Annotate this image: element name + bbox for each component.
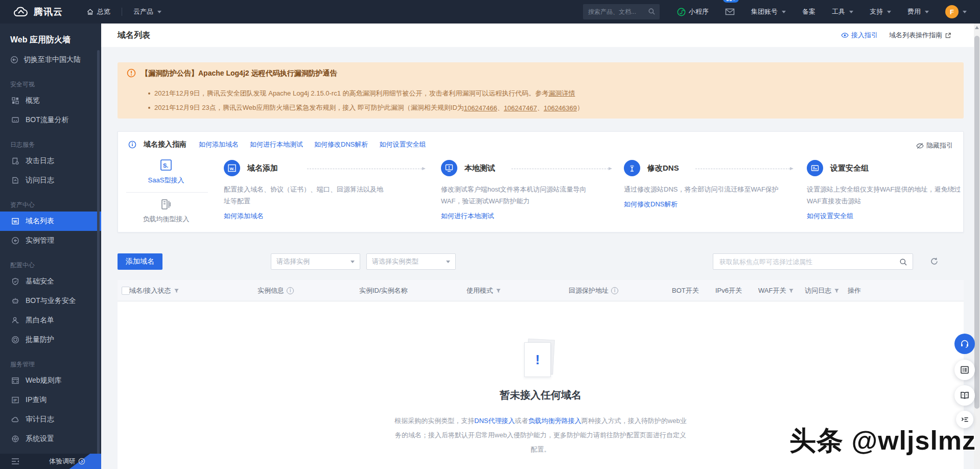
clb-access-icon — [160, 198, 172, 210]
info-icon[interactable]: i — [287, 287, 294, 294]
tab-label: 负载均衡型接入 — [120, 215, 212, 224]
refresh-button[interactable] — [930, 257, 939, 266]
nav-group-account[interactable]: 集团账号 — [743, 0, 794, 24]
ticket-list-button[interactable] — [954, 360, 975, 380]
step-arrow — [511, 169, 611, 169]
web-rules-icon — [11, 377, 19, 385]
terminal-panel-icon — [961, 415, 969, 424]
sidebar-item-label: 实例管理 — [26, 236, 54, 245]
collapse-sidebar-icon[interactable] — [11, 458, 19, 465]
nav-billing[interactable]: 费用 — [899, 0, 937, 24]
select-all-checkbox[interactable] — [122, 287, 130, 295]
filter-icon[interactable] — [174, 288, 179, 294]
svg-text:W.: W. — [13, 219, 18, 224]
tencent-cloud-logo[interactable]: 腾讯云 — [0, 6, 78, 18]
filter-search-input[interactable] — [713, 254, 913, 269]
nav-tools-label: 工具 — [832, 7, 845, 16]
sidebar-item-system-settings[interactable]: 系统设置 — [0, 429, 101, 449]
sidebar-item-switch-region[interactable]: 切换至非中国大陆 — [0, 50, 101, 69]
tab-saas-access[interactable]: S. SaaS型接入 — [120, 158, 212, 185]
sidebar-item-access-log[interactable]: 访问日志 — [0, 171, 101, 190]
nav-beian[interactable]: 备案 — [794, 0, 824, 24]
nav-support[interactable]: 支持 — [861, 0, 899, 24]
step-link[interactable]: 如何添加域名 — [224, 212, 392, 221]
tab-divider — [126, 192, 208, 193]
rule-id-link-3[interactable]: 106246369 — [544, 104, 577, 112]
rule-id-link-2[interactable]: 106247467 — [504, 104, 537, 112]
sidebar-item-overview[interactable]: 概览 — [0, 91, 101, 110]
sidebar-item-domain-list[interactable]: W. 域名列表 — [0, 212, 101, 231]
survey-link[interactable]: 体验调研 — [49, 457, 85, 466]
bullet-dot — [148, 92, 150, 95]
scrollbar-thumb[interactable] — [974, 36, 979, 409]
info-icon[interactable]: i — [611, 287, 618, 294]
access-guide-link[interactable]: 接入指引 — [841, 31, 878, 40]
column-label: IPv6开关 — [715, 286, 742, 295]
customer-service-button[interactable] — [954, 334, 975, 354]
nav-messages[interactable]: 99+ — [717, 0, 743, 24]
account-menu[interactable]: F — [937, 0, 980, 24]
nav-group-account-label: 集团账号 — [751, 7, 778, 16]
sidebar-item-instance-management[interactable]: 实例管理 — [0, 231, 101, 250]
col-usage-mode[interactable]: 使用模式 — [466, 280, 501, 301]
chevron-down-icon — [446, 261, 450, 263]
hide-guide-button[interactable]: 隐藏指引 — [916, 141, 953, 150]
clb-bypass-access-link[interactable]: 负载均衡旁路接入 — [528, 417, 581, 425]
sidebar-item-label: 攻击日志 — [26, 156, 54, 166]
add-domain-button[interactable]: 添加域名 — [118, 253, 162, 270]
shield-icon — [11, 277, 19, 286]
instance-select[interactable]: 请选择实例 — [271, 253, 360, 270]
global-search[interactable] — [583, 4, 660, 19]
table-header-row: 域名/接入状态 实例信息 i 实例ID/实例名称 使用模式 回源保护地址 i — [118, 280, 964, 301]
person-icon — [11, 316, 19, 324]
nav-tools[interactable]: 工具 — [824, 0, 861, 24]
sidebar-item-web-rules[interactable]: Web规则库 — [0, 371, 101, 390]
home-icon — [86, 8, 94, 16]
filter-icon[interactable] — [496, 288, 501, 294]
scroll-up-arrow[interactable] — [975, 26, 979, 29]
sidebar-item-batch-protection[interactable]: 批量防护 — [0, 330, 101, 349]
guide-link-local-test[interactable]: 如何进行本地测试 — [250, 140, 303, 149]
step-link[interactable]: 如何设置安全组 — [807, 212, 975, 221]
sidebar-item-bot-business-security[interactable]: BOT与业务安全 — [0, 291, 101, 311]
guide-link-security-group[interactable]: 如何设置安全组 — [379, 140, 426, 149]
guide-link-modify-dns[interactable]: 如何修改DNS解析 — [314, 140, 368, 149]
sidebar-item-black-white-list[interactable]: 黑白名单 — [0, 311, 101, 330]
access-guide-label: 接入指引 — [851, 31, 878, 40]
sidebar-item-audit-log[interactable]: 审计日志 — [0, 410, 101, 429]
col-domain-status[interactable]: 域名/接入状态 — [129, 280, 179, 301]
nav-overview[interactable]: 总览 — [78, 0, 119, 24]
sidebar-item-label: 域名列表 — [26, 217, 54, 226]
sidebar-item-basic-security[interactable]: 基础安全 — [0, 272, 101, 291]
nav-billing-label: 费用 — [907, 7, 921, 16]
sidebar-item-ip-query[interactable]: IP IP查询 — [0, 390, 101, 410]
filter-search[interactable] — [713, 253, 913, 270]
step-modify-dns-icon — [624, 160, 640, 176]
nav-products[interactable]: 云产品 — [125, 0, 170, 24]
col-waf-switch[interactable]: WAF开关 — [758, 280, 794, 301]
instance-type-select[interactable]: 请选择实例类型 — [366, 253, 456, 270]
nav-miniprogram[interactable]: 小程序 — [669, 0, 717, 24]
vulnerability-detail-link[interactable]: 漏洞详情 — [549, 89, 575, 98]
sidebar-item-attack-log[interactable]: 攻击日志 — [0, 151, 101, 171]
step-title: 域名添加 — [247, 163, 278, 173]
avatar[interactable]: F — [945, 5, 959, 18]
dns-proxy-access-link[interactable]: DNS代理接入 — [474, 417, 515, 425]
instance-type-select-placeholder: 请选择实例类型 — [372, 257, 418, 266]
rule-id-link-1[interactable]: 106247466 — [464, 104, 497, 112]
guide-link-add-domain[interactable]: 如何添加域名 — [199, 140, 239, 149]
page-scrollbar[interactable] — [974, 24, 980, 469]
warning-icon — [127, 68, 136, 78]
filter-icon[interactable] — [788, 288, 794, 294]
step-link[interactable]: 如何修改DNS解析 — [624, 200, 792, 209]
exclamation-mark: ! — [535, 352, 540, 368]
filter-icon[interactable] — [834, 288, 839, 294]
domain-list-doc-link[interactable]: 域名列表操作指南 — [889, 31, 951, 40]
tab-clb-access[interactable]: 负载均衡型接入 — [120, 198, 212, 224]
sidebar-section-asset-center: 资产中心 — [0, 198, 101, 212]
col-access-log[interactable]: 访问日志 — [805, 280, 839, 301]
documentation-button[interactable] — [954, 385, 975, 406]
sidebar-item-bot-traffic[interactable]: BOT流量分析 — [0, 110, 101, 130]
step-link[interactable]: 如何进行本地测试 — [441, 212, 610, 221]
sidebar-scrollbar[interactable] — [97, 50, 100, 469]
